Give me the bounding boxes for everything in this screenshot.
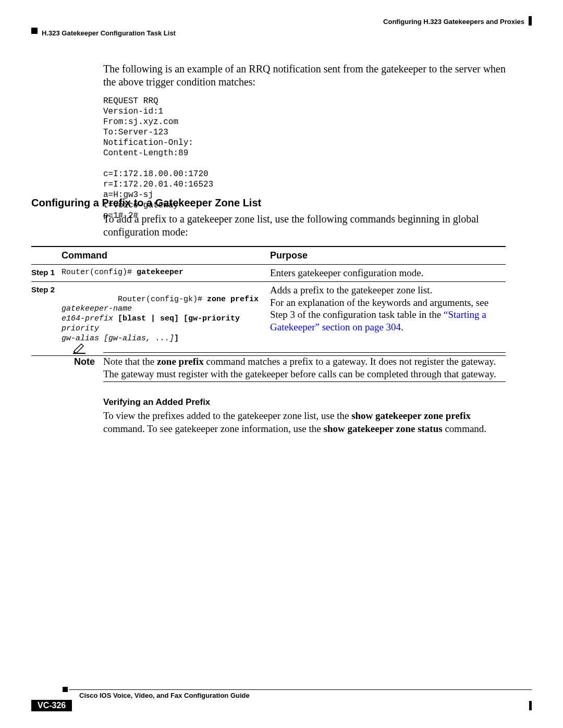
cmd-keyword: ] (174, 334, 179, 343)
cmd-keyword: [blast | seq] [gw-priority (113, 314, 240, 323)
purpose-cell: Adds a prefix to the gatekeeper zone lis… (270, 281, 506, 355)
purpose-text: . (401, 322, 403, 332)
note-rule-bottom (103, 381, 506, 382)
col-purpose: Purpose (270, 246, 506, 265)
header-marker-left (31, 28, 38, 34)
section-heading: Configuring a Prefix to a Gatekeeper Zon… (31, 197, 261, 209)
note-pencil-icon (71, 341, 87, 359)
note-label: Note (74, 356, 95, 367)
guide-title: Cisco IOS Voice, Video, and Fax Configur… (79, 692, 250, 699)
chapter-title: Configuring H.323 Gatekeepers and Proxie… (383, 18, 524, 26)
page-footer: Cisco IOS Voice, Video, and Fax Configur… (31, 686, 532, 712)
cmd-prompt: Router(config-gk)# (118, 295, 207, 304)
cmd-prompt: Router(config)# (62, 268, 137, 277)
table-row: Step 2 Router(config-gk)# zone prefix ga… (31, 281, 506, 355)
step-label: Step 1 (31, 265, 62, 282)
footer-marker-square (63, 687, 68, 692)
text-span: command. (443, 423, 486, 434)
command-cell: Router(config-gk)# zone prefix gatekeepe… (62, 281, 270, 355)
text-span: To view the prefixes added to the gateke… (103, 410, 351, 421)
command-name: show gatekeeper zone status (324, 423, 443, 434)
page: Configuring H.323 Gatekeepers and Proxie… (0, 0, 563, 728)
cmd-keyword: zone prefix (207, 295, 259, 304)
command-table: Command Purpose Step 1 Router(config)# g… (31, 246, 506, 356)
text-span: command. To see gatekeeper zone informat… (103, 423, 324, 434)
svg-marker-1 (74, 344, 83, 353)
subsection-heading: Verifying an Added Prefix (103, 397, 210, 408)
command-cell: Router(config)# gatekeeper (62, 265, 270, 282)
step-label: Step 2 (31, 281, 62, 355)
section-intro: To add a prefix to a gatekeeper zone lis… (103, 213, 506, 239)
note-text-span: Note that the (103, 356, 157, 367)
purpose-cell: Enters gatekeeper configuration mode. (270, 265, 506, 282)
intro-paragraph: The following is an example of an RRQ no… (103, 63, 506, 89)
purpose-line: For an explanation of the keywords and a… (270, 297, 501, 334)
col-step (31, 246, 62, 265)
note-text: Note that the zone prefix command matche… (103, 355, 506, 380)
verify-paragraph: To view the prefixes added to the gateke… (103, 410, 506, 435)
header-marker-right (529, 16, 532, 26)
col-command: Command (62, 246, 270, 265)
table-row: Step 1 Router(config)# gatekeeper Enters… (31, 265, 506, 282)
command-name: show gatekeeper zone prefix (351, 410, 471, 421)
purpose-line: Adds a prefix to the gatekeeper zone lis… (270, 284, 501, 297)
footer-marker-right (529, 701, 532, 710)
page-number-badge: VC-326 (31, 700, 72, 711)
cmd-keyword: gatekeeper (137, 268, 183, 277)
table-header-row: Command Purpose (31, 246, 506, 265)
section-title: H.323 Gatekeeper Configuration Task List (42, 29, 176, 37)
note-bold: zone prefix (157, 356, 204, 367)
note-rule-top (103, 352, 506, 353)
footer-rule (69, 689, 532, 690)
